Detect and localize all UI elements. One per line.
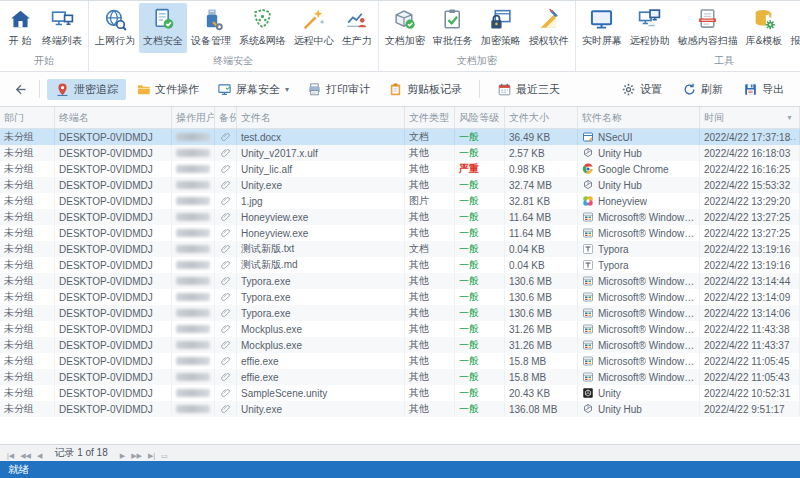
ribbon-item-library-template[interactable]: 库&模板 xyxy=(742,3,787,53)
table-row[interactable]: 未分组DESKTOP-0VIDMDJ1.jpg图片一般32.81 KBHoney… xyxy=(0,193,800,209)
table-row[interactable]: 未分组DESKTOP-0VIDMDJeffie.exe其他一般15.8 MBMi… xyxy=(0,353,800,369)
prev-page-fast-button[interactable]: ◀◀ xyxy=(17,452,34,459)
table-row[interactable]: 未分组DESKTOP-0VIDMDJ测试新版.txt文档一般0.04 KBTyp… xyxy=(0,241,800,257)
table-row[interactable]: 未分组DESKTOP-0VIDMDJUnity_v2017.x.ulf其他一般2… xyxy=(0,145,800,161)
cell-file-type: 其他 xyxy=(405,209,455,225)
ribbon-group-items: 开 始终端列表 xyxy=(2,3,86,53)
column-header-5[interactable]: 文件名 xyxy=(237,107,405,128)
last-page-button[interactable]: ▶| xyxy=(145,452,158,459)
toolbar-right: 设置刷新导出 xyxy=(613,79,792,100)
toolbar-button-settings-gear[interactable]: 设置 xyxy=(613,79,670,100)
next-page-fast-button[interactable]: ▶▶ xyxy=(128,452,145,459)
doc-encrypt-icon xyxy=(392,7,417,32)
cell-terminal-name: DESKTOP-0VIDMDJ xyxy=(55,193,172,209)
web-behavior-icon xyxy=(103,7,128,32)
chevron-down-icon: ▾ xyxy=(285,85,289,94)
redacted-user-text xyxy=(176,149,210,157)
table-row[interactable]: 未分组DESKTOP-0VIDMDJSampleScene.unity其他一般2… xyxy=(0,385,800,401)
ribbon-item-approval-task[interactable]: 审批任务 xyxy=(429,3,477,53)
paperclip-icon xyxy=(220,179,232,191)
table-row[interactable]: 未分组DESKTOP-0VIDMDJMockplus.exe其他一般31.26 … xyxy=(0,321,800,337)
toolbar-button-clipboard-record[interactable]: 剪贴板记录 xyxy=(380,79,470,100)
toolbar-button-leak-trace[interactable]: 泄密追踪 xyxy=(47,79,126,100)
ribbon-item-remote-assist[interactable]: 远程协助 xyxy=(626,3,674,53)
cell-file-size: 20.43 KB xyxy=(505,385,578,401)
paperclip-icon xyxy=(220,243,232,255)
column-header-9[interactable]: 软件名称 xyxy=(578,107,700,128)
table-row[interactable]: 未分组DESKTOP-0VIDMDJHoneyview.exe其他一般11.64… xyxy=(0,225,800,241)
table-row[interactable]: 未分组DESKTOP-0VIDMDJUnity.exe其他一般32.74 MBU… xyxy=(0,177,800,193)
table-body[interactable]: 未分组DESKTOP-0VIDMDJtest.docx文档一般36.49 KBN… xyxy=(0,129,800,444)
toolbar-button-calendar[interactable]: 最近三天 xyxy=(489,79,568,100)
cell-backup xyxy=(215,289,237,305)
cell-department: 未分组 xyxy=(0,305,55,321)
cell-department: 未分组 xyxy=(0,177,55,193)
cell-department: 未分组 xyxy=(0,225,55,241)
ribbon-item-realtime-screen[interactable]: 实时屏幕 xyxy=(578,3,626,53)
table-row[interactable]: 未分组DESKTOP-0VIDMDJeffie.exe其他一般15.8 MBMi… xyxy=(0,369,800,385)
toolbar-button-refresh[interactable]: 刷新 xyxy=(674,79,731,100)
cell-software-name: Google Chrome xyxy=(578,161,700,177)
row-more-button[interactable]: ... xyxy=(786,129,797,145)
first-page-button[interactable]: |◀ xyxy=(4,452,17,459)
ribbon-item-productivity[interactable]: 生产力 xyxy=(338,3,376,53)
ribbon-item-label: 授权软件 xyxy=(529,34,569,48)
cell-file-name: Unity_lic.alf xyxy=(237,161,405,177)
ribbon-item-sensitive-scan[interactable]: 敏感内容扫描 xyxy=(674,3,742,53)
cell-time: 2022/4/22 11:43:38 xyxy=(700,321,800,337)
cell-terminal-name: DESKTOP-0VIDMDJ xyxy=(55,385,172,401)
ribbon-item-web-behavior[interactable]: 上网行为 xyxy=(91,3,139,53)
toolbar-button-print-audit[interactable]: 打印审计 xyxy=(299,79,378,100)
ribbon-item-terminal-list[interactable]: 终端列表 xyxy=(38,3,86,53)
toolbar-button-export[interactable]: 导出 xyxy=(735,79,792,100)
column-header-10[interactable]: 时间▼ xyxy=(700,107,800,128)
ribbon-item-doc-encrypt[interactable]: 文档加密 xyxy=(381,3,429,53)
column-header-8[interactable]: 文件大小 xyxy=(505,107,578,128)
table-row[interactable]: 未分组DESKTOP-0VIDMDJTypora.exe其他一般130.6 MB… xyxy=(0,305,800,321)
prev-page-button[interactable]: ◀ xyxy=(34,452,45,459)
cell-operator-user xyxy=(172,385,215,401)
column-header-1[interactable]: 部门 xyxy=(0,107,55,128)
column-header-3[interactable]: 操作用户 xyxy=(172,107,215,128)
table-row[interactable]: 未分组DESKTOP-0VIDMDJUnity.exe其他一般136.08 MB… xyxy=(0,401,800,417)
table-row[interactable]: 未分组DESKTOP-0VIDMDJTypora.exe其他一般130.6 MB… xyxy=(0,289,800,305)
ribbon-item-encrypt-policy[interactable]: 加密策略 xyxy=(477,3,525,53)
ribbon-group-label: 文档加密 xyxy=(381,53,573,71)
table-row[interactable]: 未分组DESKTOP-0VIDMDJTypora.exe其他一般130.6 MB… xyxy=(0,273,800,289)
back-button[interactable] xyxy=(8,78,32,100)
column-header-label: 文件类型 xyxy=(409,111,449,125)
ribbon-item-remote-center[interactable]: 远程中心 xyxy=(290,3,338,53)
typora-icon xyxy=(582,259,594,271)
ribbon-item-license-software[interactable]: 授权软件 xyxy=(525,3,573,53)
ribbon-item-home[interactable]: 开 始 xyxy=(2,3,38,53)
redacted-user-text xyxy=(176,245,210,253)
ribbon-item-report-center[interactable]: 报表中心 xyxy=(786,3,800,53)
column-header-2[interactable]: 终端名 xyxy=(55,107,172,128)
cell-software-name: Microsoft® Windows® Oper... xyxy=(578,353,700,369)
ribbon-group-items: 文档加密审批任务加密策略授权软件 xyxy=(381,3,573,53)
cell-time: 2022/4/22 10:52:31 xyxy=(700,385,800,401)
table-row[interactable]: 未分组DESKTOP-0VIDMDJMockplus.exe其他一般31.26 … xyxy=(0,337,800,353)
column-header-6[interactable]: 文件类型 xyxy=(405,107,455,128)
cell-risk-level: 一般 xyxy=(455,129,505,145)
ribbon-item-doc-security[interactable]: 文档安全 xyxy=(139,3,187,53)
ribbon-item-device-mgmt[interactable]: 设备管理 xyxy=(187,3,235,53)
next-page-button[interactable]: ▶ xyxy=(117,452,128,459)
toolbar-button-file-operations[interactable]: 文件操作 xyxy=(128,79,207,100)
table-row[interactable]: 未分组DESKTOP-0VIDMDJUnity_lic.alf其他严重0.98 … xyxy=(0,161,800,177)
new-item-button[interactable]: ▭ xyxy=(158,452,171,459)
table-row[interactable]: 未分组DESKTOP-0VIDMDJHoneyview.exe其他一般11.64… xyxy=(0,209,800,225)
toolbar-button-screen-security[interactable]: 屏幕安全▾ xyxy=(209,79,297,100)
table-row[interactable]: 未分组DESKTOP-0VIDMDJtest.docx文档一般36.49 KBN… xyxy=(0,129,800,145)
column-header-7[interactable]: 风险等级 xyxy=(455,107,505,128)
cell-file-name: effie.exe xyxy=(237,369,405,385)
cell-backup xyxy=(215,129,237,145)
table-row[interactable]: 未分组DESKTOP-0VIDMDJ测试新版.md其他一般0.04 KBTypo… xyxy=(0,257,800,273)
cell-file-name: 测试新版.txt xyxy=(237,241,405,257)
cell-department: 未分组 xyxy=(0,129,55,145)
cell-file-size: 11.64 MB xyxy=(505,209,578,225)
redacted-user-text xyxy=(176,357,210,365)
column-header-4[interactable]: 备份 xyxy=(215,107,237,128)
ribbon-item-system-network[interactable]: 系统&网络 xyxy=(235,3,290,53)
windows-icon xyxy=(582,307,594,319)
